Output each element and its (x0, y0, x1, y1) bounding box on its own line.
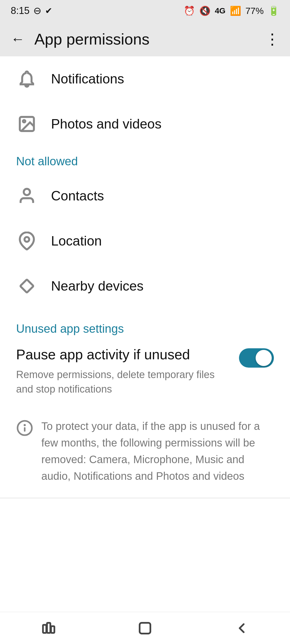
nearby-icon (16, 275, 38, 297)
pause-app-text-block: Pause app activity if unused Remove perm… (16, 346, 239, 396)
navigation-bar (0, 612, 290, 644)
location-pin-icon (16, 230, 38, 252)
svg-rect-8 (43, 625, 46, 633)
status-time: 8:15 (11, 5, 30, 16)
svg-rect-11 (140, 623, 150, 634)
permission-item-nearby-devices[interactable]: Nearby devices (0, 264, 290, 309)
photos-videos-label: Photos and videos (51, 116, 161, 132)
svg-rect-4 (20, 279, 33, 292)
status-right: ⏰ 🔇 4G 📶 77% 🔋 (184, 5, 279, 16)
back-button[interactable]: ← (11, 31, 25, 47)
notifications-label: Notifications (51, 71, 124, 87)
recent-apps-button[interactable] (32, 617, 64, 639)
info-text: To protect your data, if the app is unus… (41, 418, 274, 484)
image-icon (16, 113, 38, 135)
app-bar: ← App permissions ⋮ (0, 21, 290, 56)
permission-item-contacts[interactable]: Contacts (0, 173, 290, 218)
permission-item-notifications[interactable]: Notifications (0, 56, 290, 101)
pause-app-sublabel: Remove permissions, delete temporary fil… (16, 368, 228, 396)
toggle-knob (256, 350, 272, 366)
mute-icon: 🔇 (199, 5, 211, 16)
more-options-button[interactable]: ⋮ (265, 30, 279, 48)
pause-app-toggle[interactable] (239, 348, 274, 368)
svg-rect-9 (47, 623, 50, 633)
back-nav-button[interactable] (226, 617, 258, 639)
permission-item-location[interactable]: Location (0, 218, 290, 264)
battery-icon: 🔋 (268, 5, 279, 16)
signal-icon: 📶 (230, 5, 241, 16)
page-title: App permissions (34, 30, 150, 48)
pause-app-toggle-row: Pause app activity if unused Remove perm… (16, 346, 274, 402)
unused-app-settings-header: Unused app settings (16, 322, 274, 335)
not-allowed-text: Not allowed (16, 155, 78, 168)
info-block: To protect your data, if the app is unus… (0, 407, 290, 492)
pause-app-label: Pause app activity if unused (16, 346, 228, 363)
app-bar-left: ← App permissions (11, 30, 150, 48)
permission-item-photos-videos[interactable]: Photos and videos (0, 101, 290, 147)
nearby-devices-label: Nearby devices (51, 278, 144, 294)
person-icon (16, 185, 38, 207)
svg-rect-10 (51, 626, 55, 633)
check-icon: ✔ (45, 6, 52, 16)
battery-text: 77% (245, 6, 264, 16)
svg-point-3 (24, 237, 29, 242)
info-icon (16, 419, 33, 438)
location-label: Location (51, 233, 102, 249)
alarm-icon: ⏰ (184, 5, 195, 16)
svg-point-1 (23, 120, 25, 122)
network-icon: 4G (215, 6, 226, 15)
bell-icon (16, 68, 38, 90)
dnd-icon: ⊖ (33, 5, 41, 16)
home-button[interactable] (129, 617, 161, 639)
bottom-divider (0, 498, 290, 498)
not-allowed-header: Not allowed (0, 147, 290, 173)
status-bar: 8:15 ⊖ ✔ ⏰ 🔇 4G 📶 77% 🔋 (0, 0, 290, 21)
unused-app-settings-section: Unused app settings Pause app activity i… (0, 309, 290, 407)
contacts-label: Contacts (51, 188, 104, 204)
svg-point-2 (24, 189, 30, 195)
content-area: Notifications Photos and videos Not allo… (0, 56, 290, 498)
status-left: 8:15 ⊖ ✔ (11, 5, 52, 16)
